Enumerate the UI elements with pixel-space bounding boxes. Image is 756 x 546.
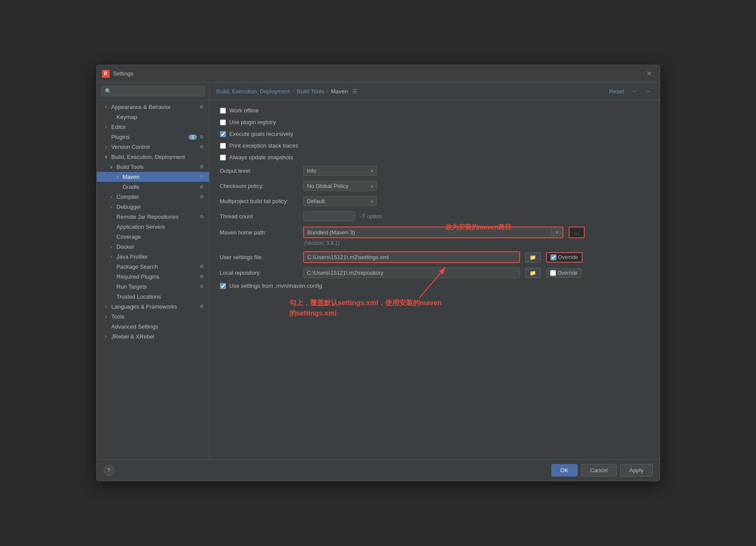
multiproject-row: Multiproject build fail policy: Default … (220, 196, 649, 206)
help-button[interactable]: ? (104, 465, 114, 476)
sidebar-item-run-targets[interactable]: Run Targets ⚙ (97, 282, 209, 292)
sidebar-item-label: Version Control (111, 144, 197, 150)
sidebar-item-jrebel[interactable]: › JRebel & XRebel (97, 332, 209, 342)
sidebar-item-version-control[interactable]: › Version Control ⚙ (97, 142, 209, 152)
sidebar-item-plugins[interactable]: Plugins 5 ⚙ (97, 132, 209, 142)
sidebar-item-maven[interactable]: › Maven ⚙ (97, 172, 209, 182)
checksum-label-text: Checksum policy: (220, 183, 264, 189)
local-repo-override-btn[interactable]: Override (546, 268, 582, 278)
local-repo-override-checkbox[interactable] (550, 270, 556, 276)
breadcrumb-sep1: › (292, 88, 294, 94)
thread-count-input[interactable] (303, 211, 355, 221)
apply-button[interactable]: Apply (620, 464, 653, 477)
breadcrumb-settings-icon[interactable]: ☰ (352, 88, 357, 95)
sidebar-item-build-exec[interactable]: ∨ Build, Execution, Deployment (97, 152, 209, 162)
chevron-down-icon: ∨ (109, 164, 114, 169)
settings-icon: ⚙ (200, 264, 204, 270)
maven-home-browse-button[interactable]: … (569, 227, 585, 238)
user-settings-input[interactable] (304, 252, 519, 262)
maven-home-label: Maven home path: (220, 229, 298, 236)
sidebar-item-docker[interactable]: › Docker (97, 242, 209, 252)
chevron-right-icon: › (104, 105, 109, 109)
sidebar-item-trusted-locations[interactable]: Trusted Locations (97, 292, 209, 302)
sidebar-item-debugger[interactable]: › Debugger (97, 202, 209, 212)
sidebar-item-label: Build, Execution, Deployment (111, 154, 204, 160)
sidebar-item-languages[interactable]: › Languages & Frameworks ⚙ (97, 302, 209, 312)
sidebar-item-coverage[interactable]: Coverage (97, 232, 209, 242)
maven-version-text: (Version: 3.8.1) (220, 240, 649, 246)
print-exception-label[interactable]: Print exception stack traces (220, 142, 298, 149)
sidebar-item-label: Application Servers (117, 224, 204, 230)
thread-count-label: Thread count (220, 213, 298, 220)
sidebar-item-advanced-settings[interactable]: Advanced Settings (97, 322, 209, 332)
nav-forward-button[interactable]: → (643, 87, 653, 95)
title-bar: R Settings ✕ (97, 65, 660, 82)
use-plugin-registry-label[interactable]: Use plugin registry (220, 119, 276, 125)
use-settings-checkbox[interactable] (220, 283, 226, 289)
nav-back-button[interactable]: ← (630, 87, 640, 95)
always-update-label[interactable]: Always update snapshots (220, 154, 293, 161)
chevron-right-icon: › (104, 145, 109, 149)
multiproject-select[interactable]: Default Never At End Immediately (303, 196, 377, 206)
output-level-select[interactable]: Info Debug Warn Error (303, 166, 377, 176)
sidebar-item-appearance[interactable]: › Appearance & Behavior ⚙ (97, 102, 209, 112)
search-input[interactable] (101, 86, 205, 96)
user-settings-override-btn[interactable]: Override (546, 252, 583, 263)
sidebar-item-label: Coverage (117, 234, 204, 240)
ok-button[interactable]: OK (551, 464, 578, 477)
sidebar-item-label: Required Plugins (117, 273, 197, 280)
sidebar-item-label: Plugins (111, 134, 187, 140)
print-exception-checkbox[interactable] (220, 143, 226, 149)
sidebar-item-build-tools[interactable]: ∨ Build Tools ⚙ (97, 162, 209, 172)
annotation-block: 勾上，覆盖默认settings.xml，使用安装的maven 的settings… (289, 298, 649, 319)
sidebar-item-label: Advanced Settings (111, 323, 204, 330)
sidebar-item-remote-jar[interactable]: Remote Jar Repositories ⚙ (97, 212, 209, 222)
sidebar-item-label: Run Targets (117, 283, 197, 290)
sidebar-item-java-profiler[interactable]: › Java Profiler (97, 252, 209, 262)
execute-goals-label[interactable]: Execute goals recursively (220, 131, 293, 137)
user-settings-override-checkbox[interactable] (550, 254, 556, 260)
sidebar-item-keymap[interactable]: Keymap (97, 112, 209, 122)
cancel-button[interactable]: Cancel (581, 464, 617, 477)
sidebar-item-package-search[interactable]: Package Search ⚙ (97, 262, 209, 272)
sidebar-item-app-servers[interactable]: Application Servers (97, 222, 209, 232)
settings-icon: ⚙ (200, 104, 204, 110)
chevron-right-icon: › (104, 125, 109, 129)
sidebar-item-label: Maven (123, 174, 197, 180)
settings-icon: ⚙ (200, 304, 204, 309)
chevron-right-icon: › (109, 254, 114, 259)
checksum-policy-select[interactable]: No Global Policy Strict Lenient (303, 181, 377, 191)
plugin-badge: 5 (189, 135, 196, 140)
settings-icon: ⚙ (200, 174, 204, 180)
dialog-footer: ? OK Cancel Apply (97, 459, 660, 481)
output-level-select-wrapper: Info Debug Warn Error (303, 166, 377, 176)
app-icon: R (102, 70, 110, 78)
chevron-right-icon: › (104, 314, 109, 319)
user-settings-browse-button[interactable]: 📁 (525, 252, 541, 263)
sidebar-item-tools[interactable]: › Tools (97, 312, 209, 322)
use-settings-label[interactable]: Use settings from .mvn/maven.config (220, 283, 322, 289)
execute-goals-checkbox[interactable] (220, 131, 226, 137)
multiproject-select-wrapper: Default Never At End Immediately (303, 196, 377, 206)
use-plugin-registry-checkbox[interactable] (220, 119, 226, 125)
sidebar-item-gradle[interactable]: Gradle ⚙ (97, 182, 209, 192)
sidebar-item-editor[interactable]: › Editor (97, 122, 209, 132)
local-repo-browse-button[interactable]: 📁 (525, 268, 541, 278)
maven-home-dropdown-button[interactable]: ▾ (551, 228, 563, 237)
output-level-label: Output level: (220, 168, 298, 174)
sidebar-item-required-plugins[interactable]: Required Plugins ⚙ (97, 272, 209, 282)
settings-icon: ⚙ (200, 274, 204, 280)
breadcrumb-part2[interactable]: Build Tools (297, 88, 324, 95)
breadcrumb-part1[interactable]: Build, Execution, Deployment (216, 88, 290, 95)
work-offline-checkbox[interactable] (220, 108, 226, 114)
work-offline-label[interactable]: Work offline (220, 107, 259, 114)
sidebar-item-compiler[interactable]: › Compiler ⚙ (97, 192, 209, 202)
sidebar-item-label: Docker (117, 243, 204, 250)
chevron-down-icon: ∨ (104, 155, 109, 159)
override-label: Override (558, 254, 578, 260)
always-update-checkbox[interactable] (220, 155, 226, 161)
close-button[interactable]: ✕ (644, 69, 655, 79)
reset-button[interactable]: Reset (607, 87, 627, 95)
sidebar-item-label: Gradle (123, 184, 197, 190)
maven-home-input[interactable] (304, 227, 551, 237)
